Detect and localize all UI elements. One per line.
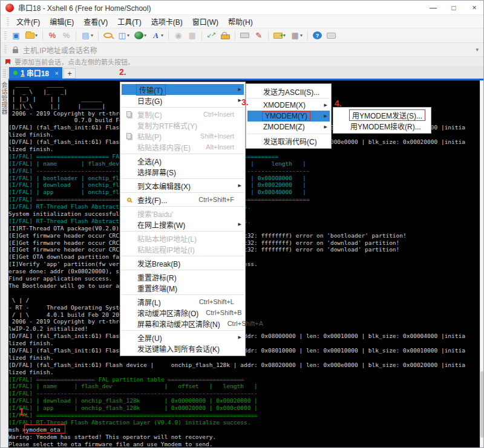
terminal-line: msh >ymodem_ota <box>8 426 480 433</box>
disconnect-button[interactable] <box>46 30 59 42</box>
menu-item-label: 滚动缓冲区清除(O) <box>136 308 200 318</box>
dropdown-caret-icon[interactable]: ▾ <box>161 33 163 38</box>
menu-item[interactable]: 重置终端(M) <box>122 282 244 293</box>
menu-item-label: 发送为ASCII(S)... <box>262 86 321 97</box>
new-file-button[interactable]: ▾ <box>272 30 287 42</box>
menu-item[interactable]: 用YMODEM发送(S)... <box>335 109 430 120</box>
menu-item-label: 用YMODEM发送(S)... <box>349 109 425 121</box>
menu-separator <box>122 206 244 207</box>
lock-button[interactable] <box>219 30 232 42</box>
font-button[interactable]: ▾ <box>149 30 165 42</box>
minimize-button[interactable]: — <box>423 1 443 15</box>
address-bar[interactable]: 主机,IP地址或会话名称 ▾ <box>1 43 484 57</box>
menubar-item[interactable]: 帮助(H) <box>223 16 258 28</box>
menu-shortcut: Ctrl+Insert <box>197 111 234 118</box>
menu-item[interactable]: 发送键输入到所有会话(K) <box>122 343 244 354</box>
fullscreen-button[interactable] <box>205 30 218 42</box>
toolbar-separator <box>98 31 99 41</box>
menu-item[interactable]: ZMODEM(Z)▶ <box>247 122 330 132</box>
find-button[interactable] <box>102 30 114 42</box>
maximize-button[interactable]: □ <box>443 1 464 15</box>
dropdown-caret-icon[interactable]: ▾ <box>283 33 286 38</box>
menu-item[interactable]: 在网上搜索(W)▶ <box>122 219 244 230</box>
menu-item[interactable]: 发送Break(B) <box>122 258 244 268</box>
menubar-item[interactable]: 编辑(E) <box>45 16 79 28</box>
open-session-button[interactable]: ▾ <box>24 30 39 42</box>
highlight-pen-button[interactable] <box>252 30 265 42</box>
menu-item-label: YMODEM(Y) <box>262 111 310 121</box>
annotation-box-ymodem-ota <box>24 424 65 433</box>
menu-item[interactable]: 滚动缓冲区清除(O)Ctrl+Shift+B <box>122 307 244 318</box>
dropdown-caret-icon[interactable]: ▾ <box>300 33 302 38</box>
grid-button[interactable]: ▾ <box>289 30 304 42</box>
menu-item[interactable]: 选择屏幕(S) <box>122 166 244 177</box>
scrollbar-thumb[interactable] <box>480 371 484 438</box>
dropdown-caret-icon[interactable]: ▾ <box>144 33 146 38</box>
menu-item[interactable]: 日志(G)▶ <box>122 95 244 106</box>
address-dropdown-icon[interactable]: ▾ <box>476 47 481 53</box>
menu-item[interactable]: 全选(A) <box>122 155 244 166</box>
menu-item[interactable]: 查找(F)...Ctrl+Shift+F <box>122 194 244 205</box>
menu-item[interactable]: XMODEM(X)▶ <box>247 100 330 111</box>
menu-item-label: 复制为RTF格式(Y) <box>136 120 198 131</box>
menubar-item[interactable]: 文件(F) <box>11 16 45 28</box>
globe-icon <box>134 31 143 39</box>
menu-item[interactable]: 发送取消代码(C) <box>247 135 330 146</box>
menu-item[interactable]: 传输(T)▶ <box>122 84 244 95</box>
session-properties-button[interactable]: ▾ <box>79 30 95 42</box>
menu-item-label: 发送取消代码(C) <box>262 136 318 146</box>
message-button[interactable] <box>325 30 338 42</box>
address-input[interactable]: 主机,IP地址或会话名称 <box>23 45 97 55</box>
menu-item[interactable]: 清屏(L)Ctrl+Shift+L <box>122 296 244 307</box>
keyboard-icon <box>240 33 249 38</box>
menu-item-label: 日志(G) <box>136 96 163 106</box>
tab-label: 串口18 <box>27 68 49 78</box>
menu-separator <box>247 134 330 134</box>
menu-item[interactable]: 屏幕和滚动缓冲区清除(N)Ctrl+Shift+A <box>122 318 244 329</box>
transfer-submenu: 发送为ASCII(S)...XMODEM(X)▶YMODEM(Y)▶ZMODEM… <box>246 83 332 149</box>
dropdown-caret-icon[interactable]: ▾ <box>91 33 93 38</box>
keyboard-button[interactable] <box>238 30 251 42</box>
submenu-arrow-icon: ▶ <box>238 183 241 188</box>
xshell-button[interactable] <box>172 30 185 42</box>
menubar-item[interactable]: 查看(V) <box>79 16 113 28</box>
close-button[interactable]: × <box>464 1 484 15</box>
new-tab-button[interactable]: + <box>64 68 76 79</box>
menu-item[interactable]: 用YMODEM接收(R)... <box>335 120 430 131</box>
new-session-button[interactable] <box>10 30 22 42</box>
menu-separator <box>122 107 244 108</box>
menu-item-label: 查找(F)... <box>136 195 168 205</box>
menu-shortcut: Ctrl+Shift+A <box>221 320 263 327</box>
submenu-arrow-icon: ▶ <box>238 335 241 340</box>
menubar-item[interactable]: 选项卡(B) <box>146 16 188 28</box>
menu-item[interactable]: 全屏(U)▶ <box>122 332 244 343</box>
menu-item[interactable]: YMODEM(Y)▶ <box>247 111 330 122</box>
tab-close-icon[interactable]: × <box>54 70 60 77</box>
menubar-item[interactable]: 工具(T) <box>113 16 146 28</box>
toolbar-separator <box>201 31 202 41</box>
dropdown-caret-icon[interactable]: ▾ <box>35 33 38 38</box>
connected-dot-icon <box>13 71 18 75</box>
tab-serial-18[interactable]: 1 串口18 × <box>9 67 62 79</box>
terminal-line: [D/FAL] (fal_flash_init:61) Flash device… <box>8 362 480 369</box>
menubar-item[interactable]: 窗口(W) <box>188 16 223 28</box>
help-icon <box>313 31 322 39</box>
layout-icon <box>117 31 126 41</box>
font-icon <box>151 31 160 41</box>
menu-item[interactable]: 到文本编辑器(X)▶ <box>122 180 244 191</box>
session-manager-label[interactable]: 会话管理器 <box>1 82 8 115</box>
web-button[interactable]: ▾ <box>132 30 148 42</box>
menu-item-label: 搜索'Baidu' <box>136 209 174 219</box>
toolbar-separator <box>268 31 269 41</box>
reconnect-button[interactable] <box>60 30 73 42</box>
menu-item[interactable]: 发送为ASCII(S)... <box>247 86 330 97</box>
dropdown-caret-icon[interactable]: ▾ <box>127 33 129 38</box>
menu-item-label: 发送Break(B) <box>136 258 182 268</box>
strip-grip <box>3 70 6 78</box>
help-button[interactable] <box>311 30 324 42</box>
menu-item-label: 选择屏幕(S) <box>136 167 177 177</box>
menu-item[interactable]: 重置游标(R) <box>122 271 244 282</box>
layout-button[interactable]: ▾ <box>116 30 131 42</box>
vertical-scrollbar[interactable] <box>480 80 484 448</box>
b-button[interactable] <box>186 30 198 42</box>
